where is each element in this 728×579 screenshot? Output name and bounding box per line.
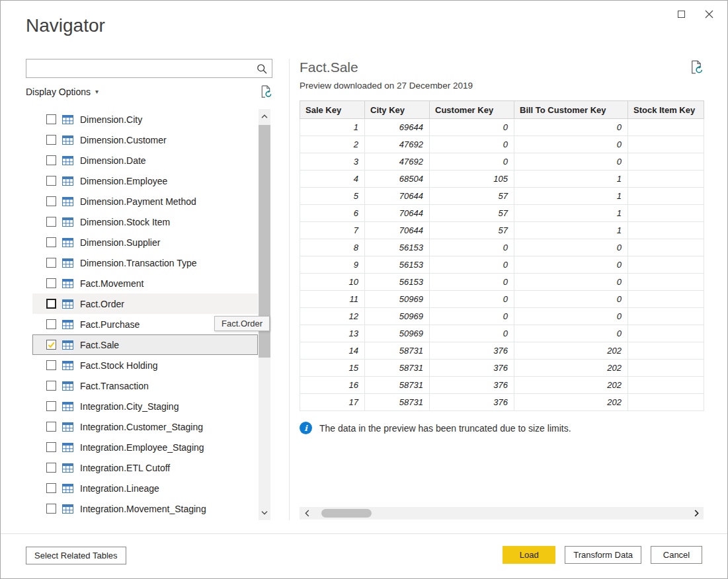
table-cell: 50969	[365, 308, 430, 325]
table-checkbox[interactable]	[46, 340, 56, 350]
table-checkbox[interactable]	[46, 135, 56, 145]
column-header: Sale Key	[300, 101, 365, 119]
table-checkbox[interactable]	[46, 504, 56, 514]
scroll-left-icon[interactable]	[302, 507, 311, 520]
table-cell	[628, 222, 704, 239]
horizontal-scrollbar[interactable]	[300, 507, 704, 520]
scroll-up-icon[interactable]	[259, 110, 270, 122]
table-checkbox[interactable]	[46, 278, 56, 288]
table-cell: 57	[430, 188, 514, 205]
table-checkbox[interactable]	[46, 463, 56, 473]
info-icon: i	[300, 422, 312, 434]
table-list-item[interactable]: Dimension.Date	[32, 150, 258, 171]
table-label: Dimension.Stock Item	[80, 217, 170, 227]
preview-panel: Fact.Sale Preview downloaded on 27 Decem…	[300, 57, 704, 527]
table-list-item[interactable]: Integration.Employee_Staging	[32, 437, 258, 457]
table-list-item[interactable]: Fact.Order	[32, 293, 258, 314]
preview-header: Fact.Sale	[300, 59, 704, 75]
table-cell	[628, 256, 704, 274]
vertical-scrollbar[interactable]	[259, 109, 270, 520]
table-list-item[interactable]: Dimension.Payment Method	[32, 191, 258, 212]
table-list-item[interactable]: Dimension.Supplier	[32, 232, 258, 252]
table-label: Fact.Order	[80, 299, 124, 309]
select-related-tables-button[interactable]: Select Related Tables	[26, 547, 126, 564]
display-options-dropdown[interactable]: Display Options ▾	[26, 87, 99, 97]
scroll-down-icon[interactable]	[259, 507, 270, 519]
column-header: Customer Key	[430, 101, 514, 119]
table-checkbox[interactable]	[46, 422, 56, 432]
table-checkbox[interactable]	[46, 442, 56, 452]
table-list-item[interactable]: Dimension.Transaction Type	[32, 252, 258, 273]
table-checkbox[interactable]	[46, 258, 56, 268]
table-cell: 0	[430, 325, 514, 342]
transform-data-button[interactable]: Transform Data	[565, 546, 641, 564]
load-button[interactable]: Load	[503, 546, 555, 564]
table-checkbox[interactable]	[46, 114, 56, 124]
table-row: 105615300	[300, 274, 704, 291]
table-checkbox[interactable]	[46, 401, 56, 411]
scroll-right-icon[interactable]	[692, 507, 701, 520]
tooltip: Fact.Order	[214, 316, 270, 331]
search-box	[26, 59, 272, 78]
table-checkbox[interactable]	[46, 483, 56, 493]
table-list-item[interactable]: Integration.City_Staging	[32, 396, 258, 416]
table-row: 1658731376202	[300, 377, 704, 394]
table-list-item[interactable]: Integration.Movement_Staging	[32, 498, 258, 519]
table-list-item[interactable]: Dimension.Customer	[32, 130, 258, 150]
table-checkbox[interactable]	[46, 319, 56, 329]
table-list-item[interactable]: Dimension.Stock Item	[32, 212, 258, 232]
table-cell	[628, 308, 704, 325]
table-list-item[interactable]: Fact.Stock Holding	[32, 355, 258, 375]
table-list-item[interactable]: Dimension.City	[32, 109, 258, 130]
table-label: Fact.Purchase	[80, 319, 140, 330]
table-icon	[62, 340, 73, 350]
close-button[interactable]	[698, 5, 719, 23]
refresh-list-button[interactable]	[259, 85, 272, 98]
table-cell: 376	[430, 394, 514, 411]
table-checkbox[interactable]	[46, 155, 56, 165]
table-checkbox[interactable]	[46, 176, 56, 186]
table-label: Fact.Sale	[80, 340, 119, 350]
table-icon	[62, 196, 73, 207]
table-list-item[interactable]: Fact.Transaction	[32, 375, 258, 396]
table-cell: 56153	[365, 274, 430, 291]
refresh-preview-button[interactable]	[689, 59, 704, 75]
horizontal-scrollbar-thumb[interactable]	[321, 509, 372, 518]
table-cell: 6	[300, 205, 365, 222]
table-row: 4685041051	[300, 171, 704, 188]
table-icon	[62, 442, 73, 453]
search-input[interactable]	[26, 59, 252, 77]
table-checkbox[interactable]	[46, 299, 56, 309]
table-checkbox[interactable]	[46, 196, 56, 206]
truncation-notice: The data in the preview has been truncat…	[319, 423, 571, 434]
table-cell: 8	[300, 239, 365, 256]
table-checkbox[interactable]	[46, 381, 56, 391]
table-list-item[interactable]: Dimension.Employee	[32, 171, 258, 191]
maximize-button[interactable]	[670, 5, 692, 23]
cancel-button[interactable]: Cancel	[651, 546, 702, 564]
preview-subtitle: Preview downloaded on 27 December 2019	[300, 81, 704, 91]
table-label: Integration.City_Staging	[80, 401, 179, 412]
table-list-item[interactable]: Integration.Customer_Staging	[32, 416, 258, 437]
table-icon	[62, 483, 73, 494]
table-label: Dimension.Payment Method	[80, 196, 196, 207]
table-icon	[62, 504, 73, 514]
table-list-item[interactable]: Integration.Lineage	[32, 478, 258, 498]
search-icon[interactable]	[252, 63, 272, 74]
table-list-item[interactable]: Fact.Sale	[32, 334, 258, 355]
table-list-item[interactable]: Fact.Movement	[32, 273, 258, 293]
table-cell: 0	[514, 153, 628, 171]
table-checkbox[interactable]	[46, 217, 56, 227]
table-label: Integration.Employee_Staging	[80, 442, 204, 453]
table-icon	[62, 176, 73, 186]
table-checkbox[interactable]	[46, 360, 56, 370]
table-cell: 70644	[365, 205, 430, 222]
page-title: Navigator	[26, 15, 105, 36]
table-checkbox[interactable]	[46, 237, 56, 247]
table-cell: 0	[430, 308, 514, 325]
table-label: Integration.ETL Cutoff	[80, 463, 170, 473]
table-row: 1558731376202	[300, 360, 704, 377]
table-list-item[interactable]: Integration.ETL Cutoff	[32, 457, 258, 478]
footer-divider	[1, 533, 727, 534]
table-cell: 0	[430, 119, 514, 136]
